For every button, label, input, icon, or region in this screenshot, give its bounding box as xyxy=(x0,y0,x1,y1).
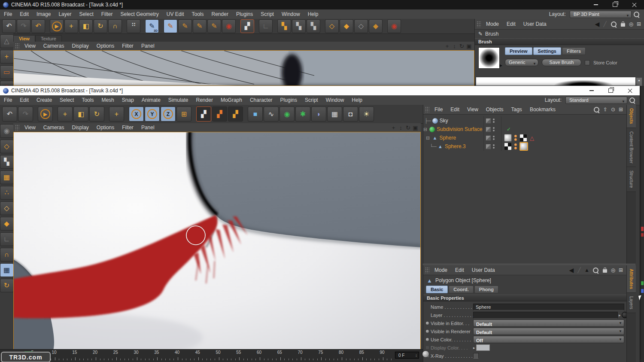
enabled-check-icon[interactable]: ✓ xyxy=(507,126,511,132)
uvw-tag-icon[interactable] xyxy=(519,134,527,142)
tab-basic[interactable]: Basic xyxy=(426,286,448,293)
cube-corner-tool[interactable]: ◆ xyxy=(369,19,383,33)
lock-icon[interactable] xyxy=(621,23,625,27)
undo-button[interactable]: ↶ xyxy=(2,19,16,33)
side-tab-content-browser[interactable]: Content Browser xyxy=(627,128,636,167)
drag-handle[interactable] xyxy=(425,267,429,273)
rect-select-tool[interactable]: ▭ xyxy=(0,65,14,79)
menu-character[interactable]: Character xyxy=(246,95,276,105)
editor-visibility-dot[interactable] xyxy=(493,119,495,120)
menu-animate[interactable]: Animate xyxy=(138,95,164,105)
menu-user-data[interactable]: User Data xyxy=(468,265,499,275)
menu-render[interactable]: Render xyxy=(208,9,232,19)
restore-button[interactable] xyxy=(601,86,620,95)
make-editable-button[interactable]: ◉ xyxy=(0,124,14,138)
menu-simulate[interactable]: Simulate xyxy=(164,95,192,105)
object-label[interactable]: Sphere.3 xyxy=(445,143,466,149)
scale-tool[interactable]: ◧ xyxy=(73,106,88,122)
rotate-view-icon[interactable]: ↻ xyxy=(404,125,412,131)
new-panel-icon[interactable]: ⊞ xyxy=(635,20,643,28)
menu-select-geometry[interactable]: Select Geometry xyxy=(116,9,162,19)
menu-display[interactable]: Display xyxy=(68,41,92,51)
menu-panel[interactable]: Panel xyxy=(137,123,158,132)
new-panel-icon[interactable]: ⊞ xyxy=(617,266,625,274)
arrow-up-icon[interactable]: ▲ xyxy=(583,266,591,274)
lock-x-axis[interactable]: X xyxy=(129,106,144,122)
menu-help[interactable]: Help xyxy=(348,95,366,105)
new-panel-icon[interactable]: ⊞ xyxy=(617,106,625,113)
projection-painting-tool[interactable]: ⠛ xyxy=(127,19,140,33)
layer-square-icon[interactable] xyxy=(486,135,491,141)
menu-select[interactable]: Select xyxy=(56,95,78,105)
layer-field[interactable] xyxy=(473,312,618,319)
redo-button[interactable]: ↷ xyxy=(18,106,33,122)
menu-cameras[interactable]: Cameras xyxy=(39,123,68,132)
brush-preset-dropdown[interactable]: Generic▼ xyxy=(505,59,538,66)
editor-visibility-dot[interactable] xyxy=(493,144,495,146)
menu-view[interactable]: View xyxy=(21,41,39,51)
menu-display[interactable]: Display xyxy=(68,123,92,132)
menu-options[interactable]: Options xyxy=(93,123,118,132)
move-tool[interactable]: + xyxy=(64,19,78,33)
live-selection-tool[interactable]: ▶ xyxy=(38,106,53,122)
expand-arrow-icon[interactable]: ▸ xyxy=(473,346,475,350)
rotate-tool[interactable]: ↻ xyxy=(94,19,107,33)
brush-smear-tool[interactable]: ✎ xyxy=(193,19,207,33)
menu-mesh[interactable]: Mesh xyxy=(97,95,118,105)
add-cube-object[interactable]: ■ xyxy=(248,106,263,122)
save-brush-button[interactable]: Save Brush xyxy=(542,59,581,66)
tab-settings[interactable]: Settings xyxy=(533,47,561,55)
render-visibility-dot[interactable] xyxy=(493,121,495,123)
menu-tags[interactable]: Tags xyxy=(507,105,526,114)
scroll-to-top-icon[interactable]: ⇧ xyxy=(601,106,609,113)
target-icon[interactable]: ◎ xyxy=(627,20,635,28)
menu-edit[interactable]: Edit xyxy=(16,95,33,105)
object-label[interactable]: Subdivision Surface xyxy=(437,126,482,132)
move-tool[interactable]: + xyxy=(58,106,73,122)
display-color-swatch[interactable] xyxy=(476,344,490,351)
editor-visibility-dot[interactable] xyxy=(493,127,495,129)
search-icon[interactable] xyxy=(634,12,639,17)
anim-dot-visible-in-editor[interactable] xyxy=(426,322,429,325)
rotate-tool[interactable]: ↻ xyxy=(89,106,104,122)
viewport-canvas[interactable] xyxy=(13,132,421,350)
timeline-ruler[interactable]: 51015202530354045505560657075808590 xyxy=(13,350,397,362)
menu-uv-edit[interactable]: UV Edit xyxy=(163,9,188,19)
material-white-tag-icon[interactable] xyxy=(504,134,512,142)
anim-dot-display-color[interactable] xyxy=(426,346,429,349)
menu-plugins[interactable]: Plugins xyxy=(232,9,257,19)
layout-dropdown[interactable]: Standard▼ xyxy=(565,97,627,104)
brush-scrollbar[interactable]: ▲ xyxy=(636,77,642,86)
add-spline-object[interactable]: ∿ xyxy=(264,106,279,122)
side-tab-layers[interactable]: Layers xyxy=(627,293,636,313)
magnet-tool[interactable]: ∩ xyxy=(108,19,122,33)
render-settings-button[interactable]: ▞ xyxy=(228,106,243,122)
coordinate-system-toggle[interactable]: ⊞ xyxy=(176,106,191,122)
editor-visibility-dot[interactable] xyxy=(493,136,495,137)
target-icon[interactable]: ◎ xyxy=(609,266,617,274)
maximize-view-icon[interactable]: ▣ xyxy=(465,43,473,49)
maximize-button[interactable] xyxy=(605,0,625,9)
menu-mode[interactable]: Mode xyxy=(431,265,451,275)
menu-view[interactable]: View xyxy=(21,123,39,132)
menu-cameras[interactable]: Cameras xyxy=(39,41,68,51)
lock-z-axis[interactable]: Z xyxy=(161,106,176,122)
search-icon[interactable] xyxy=(594,107,599,113)
maximize-view-icon[interactable]: ▣ xyxy=(412,125,419,131)
visible-in-renderer-dropdown[interactable]: Default▼ xyxy=(473,328,624,335)
menu-window[interactable]: Window xyxy=(322,95,348,105)
zoom-view-icon[interactable]: ↕ xyxy=(397,125,404,131)
history-forward-icon[interactable]: ╱ xyxy=(575,266,583,274)
anim-dot-use-color[interactable] xyxy=(426,338,429,341)
lock-workplane-button[interactable]: ▦ xyxy=(0,263,14,277)
object-row-sphere-3[interactable]: └─▲Sphere.3 xyxy=(423,142,636,151)
history-back-icon[interactable]: ◀ xyxy=(568,266,575,274)
redo-button[interactable]: ↷ xyxy=(17,19,30,33)
tab-phong[interactable]: Phong xyxy=(474,286,498,293)
model-mode-button[interactable]: ◇ xyxy=(0,140,14,153)
menu-render[interactable]: Render xyxy=(192,95,217,105)
render-visibility-dot[interactable] xyxy=(493,147,495,149)
pan-view-icon[interactable]: + xyxy=(390,125,397,131)
uvw-tag-icon[interactable] xyxy=(504,143,512,150)
axis-tool[interactable]: ∟ xyxy=(259,19,273,33)
